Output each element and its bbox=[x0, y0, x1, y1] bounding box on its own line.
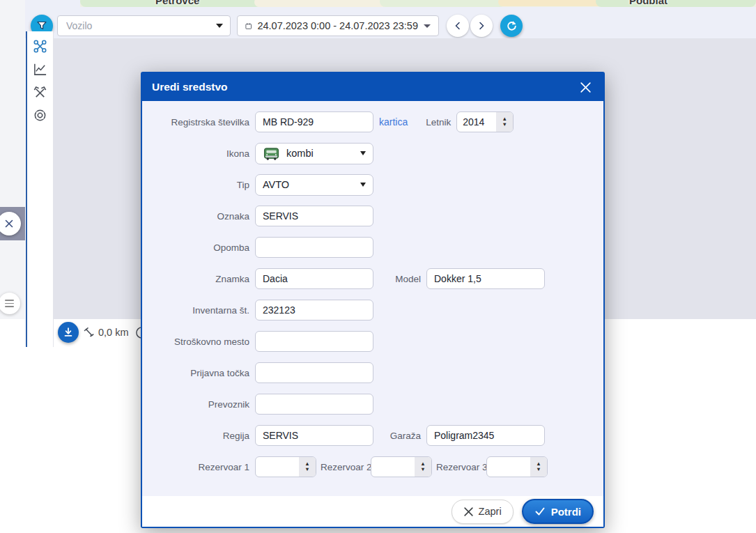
confirm-button-label: Potrdi bbox=[551, 506, 581, 518]
download-icon bbox=[63, 327, 74, 338]
field-label-rezervoar1: Rezervoar 1 bbox=[148, 462, 249, 472]
kartica-link[interactable]: kartica bbox=[379, 116, 408, 128]
letnik-spinner: ▲▼ bbox=[456, 111, 514, 132]
field-label-regija: Regija bbox=[148, 431, 249, 441]
spinner-arrows-icon[interactable]: ▲▼ bbox=[415, 457, 431, 477]
field-label-registrska: Registrska številka bbox=[148, 117, 249, 128]
calendar-icon bbox=[245, 21, 252, 31]
check-icon bbox=[534, 506, 546, 517]
field-label-ikona: Ikona bbox=[148, 148, 249, 159]
field-label-rezervoar3: Rezervoar 3 bbox=[436, 462, 481, 472]
vehicle-filter-input[interactable] bbox=[65, 20, 216, 32]
map-green-patch bbox=[596, 0, 756, 7]
field-label-letnik: Letnik bbox=[426, 117, 451, 128]
letnik-input[interactable] bbox=[457, 112, 496, 132]
field-label-tip: Tip bbox=[148, 180, 249, 190]
route-nodes-icon[interactable] bbox=[33, 38, 48, 54]
edit-asset-dialog: Uredi sredstvo Registrska številka karti… bbox=[141, 72, 605, 528]
field-label-inventarna: Inventarna št. bbox=[148, 305, 249, 316]
map-place-label: Petrovce bbox=[155, 0, 199, 6]
field-label-znamka: Znamka bbox=[148, 274, 249, 284]
app-screen: Petrovce Podblat 24.07.2023 0:00 - 24.07… bbox=[0, 0, 756, 533]
dialog-title: Uredi sredstvo bbox=[152, 81, 577, 93]
chevron-down-icon bbox=[360, 151, 366, 155]
previous-period-button[interactable] bbox=[447, 15, 469, 37]
spinner-arrows-icon[interactable]: ▲▼ bbox=[496, 112, 513, 132]
ikona-dropdown[interactable]: kombi bbox=[255, 143, 373, 164]
tip-dropdown[interactable]: AVTO bbox=[255, 174, 373, 196]
opomba-input[interactable] bbox=[255, 237, 373, 258]
ikona-value: kombi bbox=[286, 148, 314, 159]
field-label-opomba: Opomba bbox=[148, 242, 249, 253]
chevron-left-icon bbox=[453, 21, 463, 31]
map-road-patch bbox=[498, 0, 610, 6]
dialog-close-button[interactable] bbox=[577, 79, 594, 95]
chevron-down-icon[interactable] bbox=[424, 24, 431, 28]
download-button[interactable] bbox=[58, 322, 79, 343]
confirm-button[interactable]: Potrdi bbox=[522, 499, 594, 524]
dialog-body: Registrska številka kartica Letnik ▲▼ Ik… bbox=[142, 101, 603, 496]
prijavna-input[interactable] bbox=[255, 362, 373, 383]
chevron-down-icon[interactable] bbox=[216, 24, 223, 28]
funnel-icon bbox=[36, 20, 47, 31]
model-input[interactable] bbox=[426, 268, 545, 289]
top-toolbar: 24.07.2023 0:00 - 24.07.2023 23:59 bbox=[0, 7, 756, 32]
hamburger-icon bbox=[5, 306, 14, 307]
registrska-input[interactable] bbox=[255, 111, 373, 132]
measure-icon bbox=[84, 327, 95, 338]
dialog-header: Uredi sredstvo bbox=[142, 73, 603, 101]
ring-icon[interactable] bbox=[33, 107, 48, 123]
rezervoar2-input[interactable] bbox=[371, 457, 415, 477]
chevron-down-icon bbox=[360, 183, 366, 187]
hamburger-icon bbox=[5, 300, 14, 301]
distance-readout: 0,0 km bbox=[84, 324, 148, 341]
spinner-arrows-icon[interactable]: ▲▼ bbox=[530, 457, 547, 477]
close-icon bbox=[463, 507, 474, 517]
inventarna-input[interactable] bbox=[255, 300, 373, 320]
refresh-button[interactable] bbox=[500, 15, 523, 37]
refresh-icon bbox=[506, 20, 518, 32]
close-icon bbox=[4, 219, 14, 229]
distance-text: 0,0 km bbox=[98, 327, 129, 338]
map-land-patch bbox=[254, 0, 394, 7]
rezervoar3-input[interactable] bbox=[487, 457, 530, 477]
field-label-model: Model bbox=[378, 274, 421, 284]
collapsed-left-panel bbox=[0, 0, 25, 319]
field-label-garaza: Garaža bbox=[378, 431, 421, 441]
field-label-prijavna: Prijavna točka bbox=[148, 368, 249, 378]
prevoznik-input[interactable] bbox=[255, 394, 373, 415]
field-label-stroskovno: Stroškovno mesto bbox=[148, 337, 249, 347]
rezervoar2-spinner: ▲▼ bbox=[371, 456, 432, 477]
line-chart-icon[interactable] bbox=[33, 61, 48, 77]
rezervoar3-spinner: ▲▼ bbox=[486, 456, 548, 477]
close-button-label: Zapri bbox=[479, 506, 502, 517]
field-label-prevoznik: Prevoznik bbox=[148, 399, 249, 410]
field-label-rezervoar2: Rezervoar 2 bbox=[321, 462, 365, 472]
chevron-right-icon bbox=[477, 21, 486, 31]
next-period-button[interactable] bbox=[470, 15, 493, 37]
znamka-input[interactable] bbox=[255, 268, 373, 289]
map-green-patch bbox=[380, 0, 505, 7]
dialog-footer: Zapri Potrdi bbox=[142, 496, 603, 527]
vehicle-filter-combobox[interactable] bbox=[57, 15, 231, 36]
spinner-arrows-icon[interactable]: ▲▼ bbox=[299, 457, 316, 477]
field-label-oznaka: Oznaka bbox=[148, 211, 249, 222]
rezervoar1-input[interactable] bbox=[256, 457, 299, 477]
van-icon bbox=[263, 147, 280, 160]
stroskovno-input[interactable] bbox=[255, 331, 373, 352]
garaza-input[interactable] bbox=[426, 425, 545, 446]
regija-input[interactable] bbox=[255, 425, 373, 446]
oznaka-input[interactable] bbox=[255, 206, 373, 226]
hamburger-icon bbox=[5, 303, 14, 304]
date-range-picker[interactable]: 24.07.2023 0:00 - 24.07.2023 23:59 bbox=[237, 15, 439, 36]
date-range-text: 24.07.2023 0:00 - 24.07.2023 23:59 bbox=[257, 20, 418, 31]
tip-value: AVTO bbox=[263, 179, 289, 190]
map-place-label: Podblat bbox=[629, 0, 668, 6]
map-top-strip: Petrovce Podblat bbox=[80, 0, 756, 7]
rezervoar1-spinner: ▲▼ bbox=[255, 456, 316, 477]
close-button[interactable]: Zapri bbox=[452, 500, 514, 524]
tools-sidebar bbox=[27, 31, 54, 347]
tools-icon[interactable] bbox=[33, 84, 48, 100]
close-icon bbox=[579, 81, 592, 94]
